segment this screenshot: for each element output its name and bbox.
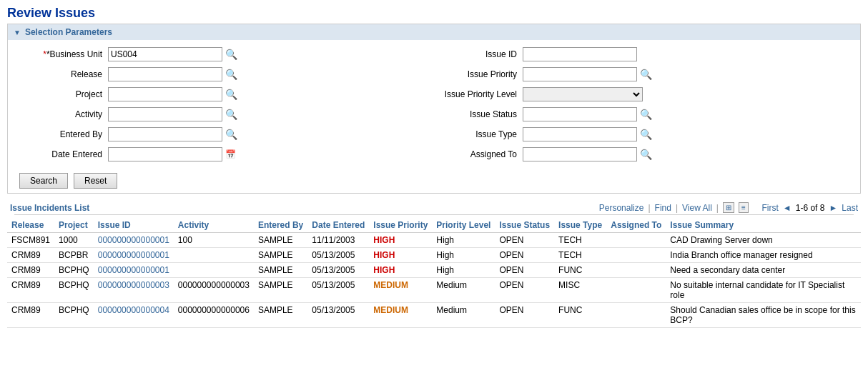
table-row: FSCM8911000000000000000001100SAMPLE11/11… xyxy=(7,233,861,248)
cell-issue-id-link[interactable]: 000000000000001 xyxy=(98,265,169,275)
release-lookup-icon[interactable]: 🔍 xyxy=(225,69,237,80)
issue-priority-lookup-icon[interactable]: 🔍 xyxy=(640,69,652,80)
view-all-link[interactable]: View All xyxy=(682,203,712,213)
sep4 xyxy=(753,203,758,213)
assigned-to-input[interactable] xyxy=(523,147,637,161)
cell-issue-id[interactable]: 000000000000001 xyxy=(94,248,174,263)
cell-issue-id[interactable]: 000000000000004 xyxy=(94,303,174,328)
activity-label: Activity xyxy=(19,109,105,119)
cell-activity xyxy=(174,248,254,263)
cell-issue-summary: India Branch office manager resigned xyxy=(666,248,861,263)
issue-priority-input[interactable] xyxy=(523,67,637,81)
project-input[interactable] xyxy=(108,87,222,101)
nav-prev-icon[interactable]: ◄ xyxy=(783,203,791,213)
cell-project: BCPHQ xyxy=(54,263,94,278)
project-lookup-icon[interactable]: 🔍 xyxy=(225,89,237,100)
col-activity: Activity xyxy=(174,218,254,233)
cell-assigned-to xyxy=(606,248,666,263)
cell-assigned-to xyxy=(606,278,666,303)
cell-project: BCPBR xyxy=(54,248,94,263)
cell-issue-status: OPEN xyxy=(495,248,554,263)
issue-type-input[interactable] xyxy=(523,127,637,141)
cell-issue-id-link[interactable]: 000000000000001 xyxy=(98,250,169,260)
entered-by-lookup-icon[interactable]: 🔍 xyxy=(225,129,237,140)
cell-issue-summary: CAD Drawing Server down xyxy=(666,233,861,248)
table-row: CRM89BCPBR000000000000001SAMPLE05/13/200… xyxy=(7,248,861,263)
cell-priority-level: High xyxy=(432,248,495,263)
grid-icon[interactable]: ⊞ xyxy=(723,202,734,213)
cell-priority-level: High xyxy=(432,233,495,248)
col-issue-summary: Issue Summary xyxy=(666,218,861,233)
cell-release: CRM89 xyxy=(7,263,54,278)
table-header-row: Release Project Issue ID Activity Entere… xyxy=(7,218,861,233)
issue-id-input[interactable] xyxy=(523,47,637,61)
personalize-link[interactable]: Personalize xyxy=(599,203,644,213)
col-issue-type: Issue Type xyxy=(554,218,606,233)
results-divider xyxy=(14,214,854,215)
business-unit-input[interactable] xyxy=(108,47,222,61)
date-calendar-icon[interactable]: 📅 xyxy=(225,149,236,159)
col-assigned-to: Assigned To xyxy=(606,218,666,233)
issue-status-lookup-icon[interactable]: 🔍 xyxy=(640,109,652,120)
last-link[interactable]: Last xyxy=(842,203,858,213)
nav-next-icon[interactable]: ► xyxy=(829,203,837,213)
entered-by-input[interactable] xyxy=(108,127,222,141)
assigned-to-lookup-icon[interactable]: 🔍 xyxy=(640,149,652,160)
cell-issue-status: OPEN xyxy=(495,263,554,278)
cell-issue-priority: HIGH xyxy=(369,263,432,278)
activity-input[interactable] xyxy=(108,107,222,121)
project-row: Project 🔍 xyxy=(19,86,434,103)
search-button[interactable]: Search xyxy=(19,173,68,189)
assigned-to-label: Assigned To xyxy=(434,149,520,159)
cell-project: BCPHQ xyxy=(54,278,94,303)
cell-release: FSCM891 xyxy=(7,233,54,248)
cell-issue-summary: No suitable internal candidate for IT Sp… xyxy=(666,278,861,303)
activity-lookup-icon[interactable]: 🔍 xyxy=(225,109,237,120)
cell-issue-id-link[interactable]: 000000000000001 xyxy=(98,235,169,245)
release-input[interactable] xyxy=(108,67,222,81)
date-entered-input[interactable] xyxy=(108,147,222,161)
cell-issue-id[interactable]: 000000000000001 xyxy=(94,263,174,278)
cell-assigned-to xyxy=(606,263,666,278)
sep2: | xyxy=(676,203,678,213)
cell-issue-type: FUNC xyxy=(554,303,606,328)
col-priority-level: Priority Level xyxy=(432,218,495,233)
cell-entered-by: SAMPLE xyxy=(254,233,307,248)
cell-entered-by: SAMPLE xyxy=(254,278,307,303)
release-row: Release 🔍 xyxy=(19,66,434,83)
cell-issue-type: MISC xyxy=(554,278,606,303)
col-entered-by: Entered By xyxy=(254,218,307,233)
col-issue-priority: Issue Priority xyxy=(369,218,432,233)
cell-issue-id-link[interactable]: 000000000000003 xyxy=(98,280,169,290)
reset-button[interactable]: Reset xyxy=(74,173,117,189)
cell-issue-id[interactable]: 000000000000001 xyxy=(94,233,174,248)
cell-issue-id[interactable]: 000000000000003 xyxy=(94,278,174,303)
cell-issue-id-link[interactable]: 000000000000004 xyxy=(98,305,169,315)
page-title: Review Issues xyxy=(0,0,868,24)
issue-priority-level-select[interactable]: High Medium Low xyxy=(523,87,643,101)
first-link[interactable]: First xyxy=(762,203,779,213)
table-row: CRM89BCPHQ000000000000003000000000000003… xyxy=(7,278,861,303)
col-issue-status: Issue Status xyxy=(495,218,554,233)
col-date-entered: Date Entered xyxy=(307,218,369,233)
cell-issue-status: OPEN xyxy=(495,278,554,303)
date-entered-row: Date Entered 📅 xyxy=(19,146,434,163)
cell-release: CRM89 xyxy=(7,303,54,328)
cell-entered-by: SAMPLE xyxy=(254,248,307,263)
issue-priority-level-label: Issue Priority Level xyxy=(434,89,520,99)
cell-activity xyxy=(174,263,254,278)
sep3: | xyxy=(716,203,719,213)
sep1: | xyxy=(648,203,650,213)
cell-issue-type: TECH xyxy=(554,248,606,263)
cell-release: CRM89 xyxy=(7,248,54,263)
issue-type-lookup-icon[interactable]: 🔍 xyxy=(640,129,652,140)
collapse-arrow-icon: ▼ xyxy=(14,29,21,36)
cell-priority-level: Medium xyxy=(432,278,495,303)
cell-priority-level: Medium xyxy=(432,303,495,328)
issue-status-input[interactable] xyxy=(523,107,637,121)
find-link[interactable]: Find xyxy=(655,203,671,213)
business-unit-lookup-icon[interactable]: 🔍 xyxy=(225,49,237,60)
selection-header[interactable]: ▼ Selection Parameters xyxy=(8,24,860,40)
table-icon[interactable]: ≡ xyxy=(739,202,749,213)
release-label: Release xyxy=(19,69,105,79)
